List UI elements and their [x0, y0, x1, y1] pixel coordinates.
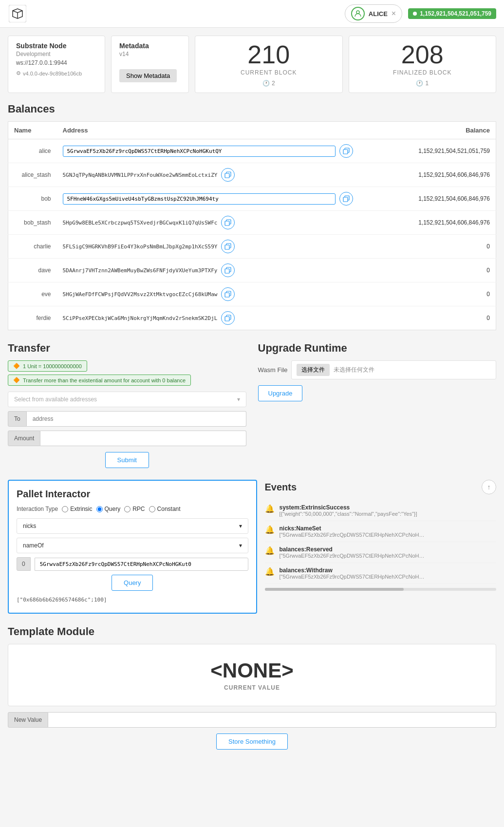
to-input[interactable]: [27, 411, 246, 427]
table-row: alice 1,152,921,504,521,051,759: [8, 139, 496, 163]
method-chevron: ▾: [239, 542, 242, 549]
transfer-title: Transfer: [8, 342, 246, 355]
svg-rect-3: [343, 150, 348, 154]
event-title: system:ExtrinsicSuccess: [280, 504, 497, 511]
balance-value: 0: [359, 306, 496, 330]
event-item: 🔔 balances:Reserved ["5GrwvaEF5zXb26Fz9r…: [265, 542, 497, 563]
finalized-block-number: 208: [357, 42, 488, 67]
user-name: ALICE: [369, 10, 388, 18]
address-input[interactable]: [63, 193, 336, 205]
new-value-input[interactable]: [48, 712, 496, 728]
svg-rect-7: [343, 197, 348, 202]
address-input[interactable]: [63, 146, 336, 157]
balance-address: 5GNJqTPyNqANBkUVMN1LPPrxXnFouWXoe2wNSmmE…: [57, 163, 359, 187]
event-content: system:ExtrinsicSuccess [{"weight":"50,0…: [280, 504, 497, 517]
app-logo: [8, 4, 27, 23]
amount-input[interactable]: [40, 431, 246, 446]
current-block-card: 210 CURRENT BLOCK 🕐 2: [195, 36, 343, 93]
copy-address-button[interactable]: [221, 240, 235, 253]
param-row: 0: [17, 557, 248, 571]
balance-name: eve: [8, 282, 57, 306]
upgrade-button[interactable]: Upgrade: [258, 385, 303, 401]
balance-name: charlie: [8, 235, 57, 259]
type-query[interactable]: Query: [96, 506, 121, 512]
param-input[interactable]: [35, 558, 248, 571]
choose-file-button[interactable]: 选择文件: [297, 364, 330, 376]
type-constant[interactable]: Constant: [149, 506, 181, 512]
submit-button[interactable]: Submit: [105, 452, 149, 468]
balance-address: [57, 139, 359, 163]
address-text: 5FLSigC9HGRKVhB9FiEo4Y3koPsNmBmLJbpXg2mp…: [63, 244, 218, 250]
table-row: alice_stash 5GNJqTPyNqANBkUVMN1LPPrxXnFo…: [8, 163, 496, 187]
col-address: Address: [57, 122, 359, 139]
new-value-label: New Value: [8, 712, 48, 728]
svg-rect-11: [225, 245, 229, 249]
copy-address-button[interactable]: [221, 216, 235, 229]
node-card-ws: ws://127.0.0.1:9944: [16, 59, 97, 66]
from-address-chevron: ▾: [237, 396, 240, 403]
balance-name: bob_stash: [8, 211, 57, 235]
balance-address: 5FLSigC9HGRKVhB9FiEo4Y3koPsNmBmLJbpXg2mp…: [57, 235, 359, 259]
upgrade-title: Upgrade Runtime: [258, 342, 497, 355]
address-text: 5HGjWAeFDfFCWPsjFQdVV2Msvz2XtMktvgocEZcC…: [63, 291, 218, 298]
finalized-block-peers: 🕐 1: [357, 80, 488, 87]
balance-name: bob: [8, 187, 57, 211]
events-upload-button[interactable]: ↑: [482, 480, 496, 494]
query-button[interactable]: Query: [112, 575, 153, 591]
event-data: [{"weight":"50,000,000","class":"Normal"…: [280, 511, 426, 517]
balances-title: Balances: [8, 103, 496, 115]
balance-address: 5CiPPseXPECbkjWCa6MnjNokrgYjMqmKndv2rSne…: [57, 306, 359, 330]
file-input-area: 选择文件 未选择任何文件: [291, 360, 496, 379]
balances-table: Name Address Balance alice 1,: [8, 121, 496, 330]
query-result: ["0x686b6b62696574686c";100]: [17, 595, 248, 605]
copy-address-button[interactable]: [221, 311, 235, 325]
type-rpc[interactable]: RPC: [124, 506, 145, 512]
copy-address-button[interactable]: [221, 168, 235, 182]
current-block-label: CURRENT BLOCK: [203, 69, 335, 76]
upgrade-section: Upgrade Runtime Wasm File 选择文件 未选择任何文件 U…: [258, 342, 497, 468]
pallet-interactor-section: Pallet Interactor Interaction Type Extri…: [8, 480, 257, 614]
to-label: To: [8, 411, 27, 427]
main-content: Substrate Node Development ws://127.0.0.…: [0, 28, 504, 757]
balance-address: 5HpG9w8EBLe5XCrbczpwq5TSXvedjrBGCwqxK1iQ…: [57, 211, 359, 235]
from-address-select[interactable]: Select from available addresses ▾: [8, 392, 246, 407]
existential-notice: 🔶 Transfer more than the existential amo…: [8, 375, 191, 386]
show-metadata-button[interactable]: Show Metadata: [119, 69, 177, 82]
event-title: balances:Withdraw: [280, 567, 497, 574]
current-block-number: 210: [203, 42, 335, 67]
transfer-section: Transfer 🔶 1 Unit = 1000000000000 🔶 Tran…: [8, 342, 246, 468]
balance-value: 0: [359, 282, 496, 306]
pallet-title: Pallet Interactor: [17, 489, 248, 500]
event-item: 🔔 balances:Withdraw ["5GrwvaEF5zXb26Fz9r…: [265, 563, 497, 584]
balance-address: [57, 187, 359, 211]
to-field-row: To: [8, 411, 246, 427]
event-bell-icon: 🔔: [265, 567, 275, 576]
store-something-button[interactable]: Store Something: [216, 733, 288, 750]
copy-address-button[interactable]: [339, 144, 353, 158]
user-avatar: [351, 7, 365, 20]
pallet-chevron: ▾: [239, 523, 242, 529]
copy-address-button[interactable]: [221, 287, 235, 301]
user-pill[interactable]: ALICE ×: [345, 4, 402, 23]
new-value-row: New Value: [8, 712, 496, 728]
balance-dot: [413, 12, 417, 16]
user-close-button[interactable]: ×: [392, 9, 396, 18]
pallet-select[interactable]: nicks ▾: [17, 518, 248, 534]
type-extrinsic[interactable]: Extrinsic: [62, 506, 92, 512]
balance-value: 1,152,921,504,606,846,976: [359, 211, 496, 235]
col-balance: Balance: [359, 122, 496, 139]
pallet-value: nicks: [23, 523, 36, 529]
address-text: 5GNJqTPyNqANBkUVMN1LPPrxXnFouWXoe2wNSmmE…: [63, 172, 218, 178]
balance-address: 5DAAnrj7VHTznn2AWBemMuyBwZWs6FNFjdyVXUeY…: [57, 259, 359, 282]
svg-rect-13: [225, 269, 229, 273]
method-select[interactable]: nameOf ▾: [17, 538, 248, 553]
copy-address-button[interactable]: [339, 192, 353, 206]
event-item: 🔔 nicks:NameSet ["5GrwvaEF5zXb26Fz9rcQpD…: [265, 521, 497, 542]
events-scrollbar-thumb: [265, 588, 404, 591]
event-bell-icon: 🔔: [265, 525, 275, 534]
copy-address-button[interactable]: [221, 263, 235, 277]
balance-name: dave: [8, 259, 57, 282]
from-address-placeholder: Select from available addresses: [14, 396, 97, 403]
wasm-row: Wasm File 选择文件 未选择任何文件: [258, 360, 497, 379]
table-row: bob_stash 5HpG9w8EBLe5XCrbczpwq5TSXvedjr…: [8, 211, 496, 235]
